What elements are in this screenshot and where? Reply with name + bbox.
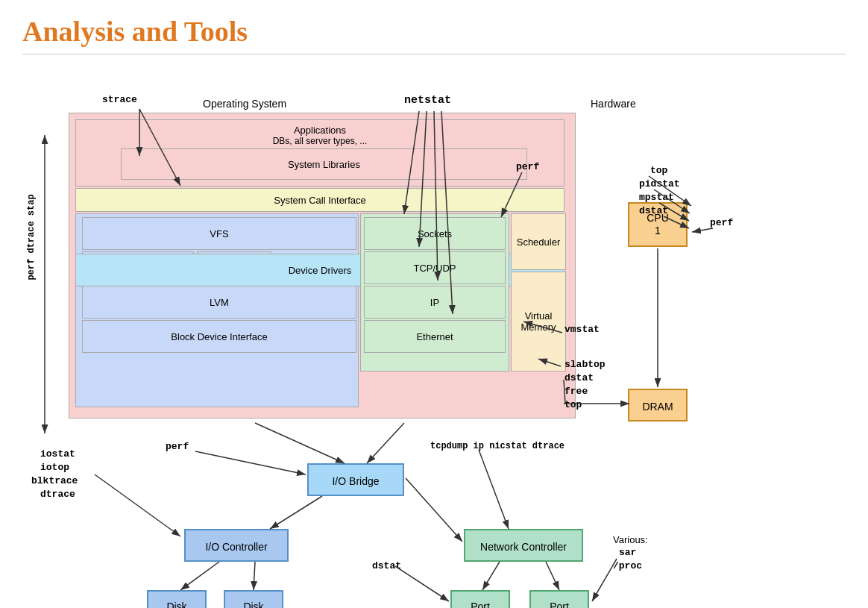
strace-label: strace [102, 94, 137, 105]
perf-bottom-label: perf [166, 441, 189, 452]
virtual-memory-label: VirtualMemory [521, 310, 556, 333]
iotop-label: iotop [40, 462, 69, 473]
svg-line-14 [692, 228, 713, 232]
hardware-label: Hardware [591, 98, 636, 110]
virtual-memory-box: VirtualMemory [511, 272, 566, 372]
vmstat-label: vmstat [564, 324, 600, 335]
dstat-bottom-label: dstat [372, 560, 401, 571]
free-label: free [564, 386, 588, 397]
bdi-label: Block Device Interface [171, 331, 267, 342]
svg-line-29 [482, 562, 500, 590]
os-label: Operating System [203, 98, 286, 110]
title-divider [22, 54, 846, 54]
svg-line-28 [479, 450, 509, 529]
net-controller-label: Network Controller [480, 541, 567, 553]
diagram-area: Applications DBs, all server types, ... … [24, 68, 844, 608]
device-drivers-label: Device Drivers [289, 265, 352, 276]
disk1-box: Disk [147, 590, 207, 608]
dstat-mid-label: dstat [564, 372, 594, 383]
disk1-label: Disk [166, 601, 186, 608]
sar-label: sar [619, 547, 636, 558]
disk2-box: Disk [224, 590, 283, 608]
port2-box: Port [529, 590, 589, 608]
iocontroller-box: I/O Controller [184, 529, 289, 562]
svg-line-26 [254, 562, 255, 590]
ethernet-box: Ethernet [364, 320, 506, 353]
tcpudp-label: TCP/UDP [413, 263, 456, 274]
os-box: Applications DBs, all server types, ... … [69, 113, 576, 419]
dtrace-left-label: dtrace [40, 489, 75, 500]
sockets-box: Sockets [364, 217, 506, 250]
pidstat-label: pidstat [639, 178, 680, 189]
perf-top-label: perf [516, 161, 539, 172]
dstat-top-label: dstat [639, 205, 668, 216]
applications-box: Applications DBs, all server types, ... … [75, 119, 564, 187]
ethernet-label: Ethernet [416, 331, 453, 342]
dbs-label: DBs, all server types, ... [76, 136, 564, 146]
svg-line-22 [195, 451, 306, 474]
scheduler-label: Scheduler [517, 236, 561, 248]
iostat-label: iostat [40, 448, 75, 460]
lvm-label: LVM [210, 297, 229, 308]
netstat-label: netstat [404, 94, 451, 107]
port1-box: Port [450, 590, 510, 608]
svg-line-30 [546, 562, 559, 590]
blktrace-label: blktrace [31, 475, 78, 486]
svg-line-24 [270, 496, 322, 529]
lvm-box: LVM [82, 286, 356, 319]
port2-label: Port [550, 601, 569, 608]
svg-line-27 [406, 478, 462, 542]
tcpudp-box: TCP/UDP [364, 251, 506, 284]
net-controller-box: Network Controller [464, 529, 583, 562]
perf-dtrace-stap-label: perf dtrace stap [26, 194, 37, 280]
top-label: top [650, 165, 667, 176]
page-title: Analysis and Tools [22, 15, 846, 48]
iobridge-box: I/O Bridge [307, 463, 404, 496]
various-label: Various: [613, 534, 648, 545]
kernel-left-box: VFS ext3/... ZFS LVM Block Device Interf… [75, 213, 359, 407]
vfs-box: VFS [82, 217, 356, 250]
iocontroller-label: I/O Controller [205, 541, 267, 553]
svg-line-21 [367, 423, 404, 463]
disk2-label: Disk [243, 601, 263, 608]
dram-box: DRAM [628, 389, 688, 421]
port1-label: Port [471, 601, 490, 608]
scheduler-box: Scheduler [511, 213, 566, 270]
proc-label: /proc [613, 560, 642, 571]
svg-line-25 [180, 562, 219, 590]
vfs-label: VFS [210, 228, 228, 239]
system-libraries-box: System Libraries [121, 148, 527, 180]
sockets-label: Sockets [418, 228, 452, 239]
mpstat-label: mpstat [639, 192, 674, 203]
ip-label: IP [430, 297, 439, 308]
perf-right-label: perf [710, 217, 733, 228]
svg-line-20 [255, 423, 345, 463]
kernel-right-box: Sockets TCP/UDP IP Ethernet [360, 213, 509, 372]
syscall-box: System Call Interface [75, 188, 564, 212]
ip-box: IP [364, 286, 506, 319]
dram-label: DRAM [642, 401, 673, 413]
syscall-label: System Call Interface [274, 195, 366, 206]
bdi-box: Block Device Interface [82, 320, 356, 353]
top2-label: top [564, 399, 582, 410]
system-libraries-label: System Libraries [288, 159, 360, 170]
svg-line-31 [395, 566, 449, 601]
applications-label: Applications [76, 120, 564, 136]
iobridge-label: I/O Bridge [332, 475, 379, 487]
slabtop-label: slabtop [564, 359, 606, 370]
svg-line-23 [95, 474, 180, 536]
tcpdump-label: tcpdump ip nicstat dtrace [430, 441, 564, 451]
